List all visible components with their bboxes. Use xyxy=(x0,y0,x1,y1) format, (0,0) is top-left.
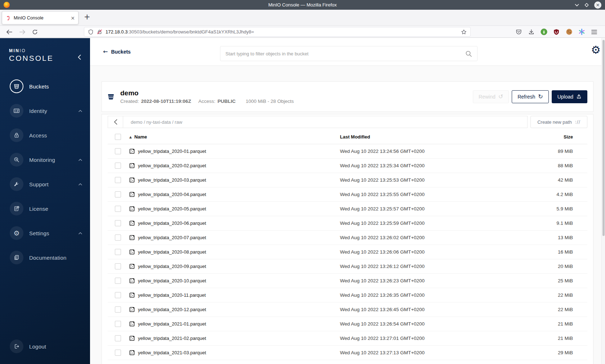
url-text[interactable]: 172.18.0.3:30503/buckets/demo/browse/bnk… xyxy=(106,29,458,35)
object-name-cell[interactable]: yellow_tripdata_2020-10.parquet xyxy=(129,278,340,283)
row-checkbox[interactable] xyxy=(115,148,121,154)
object-name-cell[interactable]: yellow_tripdata_2020-05.parquet xyxy=(129,206,340,211)
sort-asc-icon[interactable]: ▲ xyxy=(129,135,132,139)
sidebar-item-license[interactable]: License xyxy=(0,202,90,215)
tab-close-icon[interactable]: × xyxy=(71,15,75,21)
table-row[interactable]: yellow_tripdata_2021-01.parquet Wed Aug … xyxy=(108,317,587,331)
chevron-up-icon[interactable] xyxy=(79,110,82,112)
filter-search-input[interactable] xyxy=(225,51,462,56)
table-header-row: ▲ Name Last Modified Size xyxy=(108,130,587,144)
table-row[interactable]: yellow_tripdata_2020-10.parquet Wed Aug … xyxy=(108,274,587,288)
object-name-cell[interactable]: yellow_tripdata_2020-12.parquet xyxy=(129,307,340,312)
object-name-cell[interactable]: yellow_tripdata_2021-02.parquet xyxy=(129,336,340,341)
row-checkbox[interactable] xyxy=(115,350,121,356)
scrollbar-thumb[interactable] xyxy=(602,40,605,236)
rewind-button[interactable]: Rewind ↺ xyxy=(473,90,509,103)
sidebar-item-documentation[interactable]: Documentation xyxy=(0,251,90,264)
select-all-checkbox[interactable] xyxy=(115,134,121,140)
new-tab-button[interactable]: + xyxy=(84,13,90,21)
row-checkbox[interactable] xyxy=(115,278,121,284)
table-row[interactable]: yellow_tripdata_2020-09.parquet Wed Aug … xyxy=(108,259,587,274)
settings-gear-icon[interactable]: ⚙ xyxy=(591,45,601,55)
privacy-badger-icon[interactable] xyxy=(539,28,548,36)
sidebar-collapse-icon[interactable] xyxy=(78,55,81,60)
object-name-cell[interactable]: yellow_tripdata_2020-03.parquet xyxy=(129,177,340,183)
lock-insecure-icon[interactable] xyxy=(97,29,102,35)
browser-tab[interactable]: MinIO Console × xyxy=(2,11,79,24)
ublock-origin-icon[interactable] xyxy=(552,28,561,36)
monitoring-magnifier-icon xyxy=(10,153,23,167)
upload-button[interactable]: Upload xyxy=(552,90,587,103)
refresh-button[interactable]: Refresh ↻ xyxy=(512,90,548,103)
back-to-buckets-link[interactable]: ← Buckets xyxy=(103,48,131,55)
row-checkbox[interactable] xyxy=(115,335,121,341)
sidebar-item-monitoring[interactable]: Monitoring xyxy=(0,153,90,167)
row-checkbox[interactable] xyxy=(115,191,121,197)
row-checkbox[interactable] xyxy=(115,235,121,241)
window-titlebar[interactable]: MinIO Console — Mozilla Firefox × xyxy=(0,0,605,10)
bookmark-star-icon[interactable] xyxy=(461,29,467,35)
menu-hamburger-icon[interactable] xyxy=(590,28,599,36)
table-row[interactable]: yellow_tripdata_2021-03.parquet Wed Aug … xyxy=(108,346,587,360)
back-button[interactable] xyxy=(5,28,13,36)
table-row[interactable]: yellow_tripdata_2020-04.parquet Wed Aug … xyxy=(108,187,587,202)
reload-button[interactable] xyxy=(31,28,39,36)
object-name-cell[interactable]: yellow_tripdata_2021-01.parquet xyxy=(129,321,340,327)
filter-search-box[interactable] xyxy=(220,46,478,61)
object-name-cell[interactable]: yellow_tripdata_2020-04.parquet xyxy=(129,192,340,197)
row-checkbox[interactable] xyxy=(115,206,121,212)
sidebar-item-support[interactable]: Support xyxy=(0,177,90,191)
table-row[interactable]: yellow_tripdata_2020-03.parquet Wed Aug … xyxy=(108,173,587,187)
path-back-button[interactable] xyxy=(108,116,123,128)
table-row[interactable]: yellow_tripdata_2020-02.parquet Wed Aug … xyxy=(108,159,587,173)
downloads-icon[interactable] xyxy=(527,28,535,36)
object-name-cell[interactable]: yellow_tripdata_2020-11.parquet xyxy=(129,292,340,298)
table-row[interactable]: yellow_tripdata_2020-07.parquet Wed Aug … xyxy=(108,231,587,245)
object-name-cell[interactable]: yellow_tripdata_2020-01.parquet xyxy=(129,149,340,154)
chevron-up-icon[interactable] xyxy=(79,183,82,186)
sidebar-item-logout[interactable]: Logout xyxy=(0,340,90,353)
row-checkbox[interactable] xyxy=(115,292,121,298)
object-name-cell[interactable]: yellow_tripdata_2020-08.parquet xyxy=(129,249,340,255)
table-row[interactable]: yellow_tripdata_2020-06.parquet Wed Aug … xyxy=(108,216,587,231)
pocket-icon[interactable] xyxy=(514,28,523,36)
sidebar-item-settings[interactable]: ⚙ Settings xyxy=(0,226,90,240)
column-header-size[interactable]: Size xyxy=(530,134,573,140)
row-checkbox[interactable] xyxy=(115,249,121,255)
tracking-shield-icon[interactable] xyxy=(88,29,94,35)
column-header-modified[interactable]: Last Modified xyxy=(340,134,530,140)
object-name-cell[interactable]: yellow_tripdata_2020-06.parquet xyxy=(129,220,340,226)
sidebar-item-buckets[interactable]: Buckets xyxy=(0,79,90,93)
create-new-path-button[interactable]: Create new path :// xyxy=(530,116,587,128)
row-checkbox[interactable] xyxy=(115,306,121,313)
table-row[interactable]: yellow_tripdata_2020-01.parquet Wed Aug … xyxy=(108,144,587,159)
row-checkbox[interactable] xyxy=(115,177,121,183)
object-name-cell[interactable]: yellow_tripdata_2020-07.parquet xyxy=(129,235,340,240)
row-checkbox[interactable] xyxy=(115,263,121,269)
chevron-up-icon[interactable] xyxy=(79,159,82,161)
url-bar[interactable]: 172.18.0.3:30503/buckets/demo/browse/bnk… xyxy=(84,27,471,37)
table-row[interactable]: yellow_tripdata_2021-02.parquet Wed Aug … xyxy=(108,331,587,346)
row-checkbox[interactable] xyxy=(115,220,121,226)
chevron-up-icon[interactable] xyxy=(79,232,82,235)
table-row[interactable]: yellow_tripdata_2020-12.parquet Wed Aug … xyxy=(108,302,587,317)
window-maximize-button[interactable] xyxy=(584,3,589,7)
table-row[interactable]: yellow_tripdata_2020-08.parquet Wed Aug … xyxy=(108,245,587,259)
window-minimize-button[interactable] xyxy=(575,4,579,6)
table-row[interactable]: yellow_tripdata_2020-05.parquet Wed Aug … xyxy=(108,202,587,216)
sidebar-item-access[interactable]: Access xyxy=(0,128,90,142)
window-close-button[interactable]: × xyxy=(594,1,601,9)
cookie-extension-icon[interactable] xyxy=(565,28,573,36)
forward-button[interactable] xyxy=(18,28,27,36)
row-checkbox[interactable] xyxy=(115,321,121,327)
object-name-cell[interactable]: yellow_tripdata_2021-03.parquet xyxy=(129,350,340,355)
table-row[interactable]: yellow_tripdata_2020-11.parquet Wed Aug … xyxy=(108,288,587,302)
row-checkbox[interactable] xyxy=(115,163,121,169)
column-header-name[interactable]: Name xyxy=(134,134,147,140)
breadcrumb[interactable]: demo / ny-taxi-data / raw xyxy=(123,119,182,125)
object-name-cell[interactable]: yellow_tripdata_2020-02.parquet xyxy=(129,163,340,168)
page-scrollbar[interactable] xyxy=(601,38,605,364)
sidebar-item-identity[interactable]: Identity xyxy=(0,104,90,118)
asterisk-extension-icon[interactable] xyxy=(577,28,586,36)
object-name-cell[interactable]: yellow_tripdata_2020-09.parquet xyxy=(129,264,340,269)
